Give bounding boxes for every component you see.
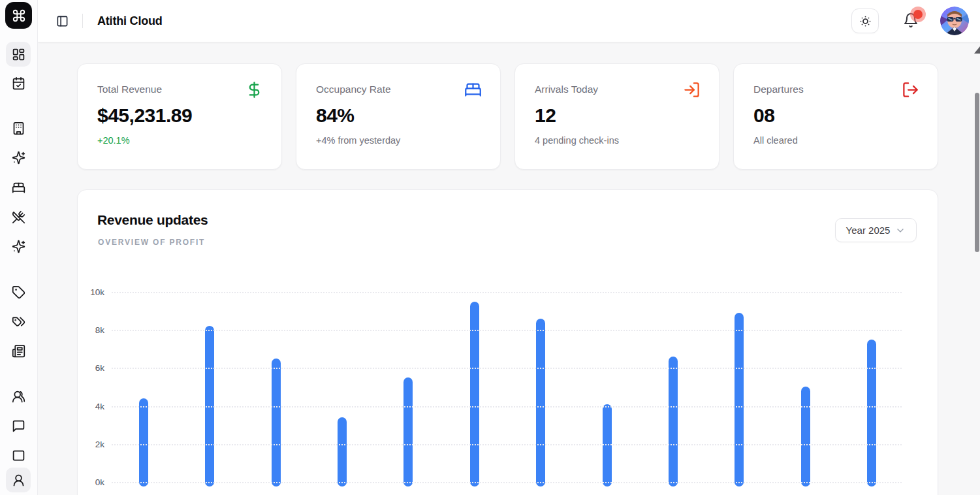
stat-value: 12: [535, 104, 699, 127]
revenue-bar: [272, 359, 281, 487]
log-in-icon: [683, 81, 701, 99]
stat-label: Total Revenue: [97, 84, 262, 95]
stat-label: Arrivals Today: [535, 84, 699, 95]
revenue-bar: [139, 398, 148, 487]
panel-left-icon: [56, 15, 69, 27]
sidebar-item-dashboard[interactable]: [6, 42, 31, 67]
sidebar-item-bookings[interactable]: [6, 71, 31, 95]
chart-title: Revenue updates: [97, 212, 208, 228]
stats-row: Total Revenue $45,231.89 +20.1% Occupanc…: [77, 63, 938, 170]
sidebar-item-messages[interactable]: [6, 413, 31, 438]
chart-bars: [139, 292, 876, 482]
app-logo[interactable]: [5, 2, 32, 29]
gridline: [112, 406, 902, 407]
tags-icon: [12, 315, 25, 328]
scroll-up-arrow[interactable]: [974, 46, 980, 54]
notification-badge-dot: [913, 10, 923, 19]
sidebar-item-concierge-ai[interactable]: [6, 234, 31, 259]
bed-icon: [12, 181, 25, 195]
gridline: [112, 482, 902, 483]
profile-icon: [12, 473, 25, 487]
header-actions: [851, 7, 980, 35]
revenue-bar: [735, 313, 744, 487]
sidebar-item-ai-services[interactable]: [6, 145, 31, 170]
revenue-bar: [403, 377, 413, 487]
dashboard-icon: [12, 48, 25, 61]
revenue-bar: [536, 319, 545, 487]
stat-card-total-revenue: Total Revenue $45,231.89 +20.1%: [77, 63, 282, 170]
user-avatar[interactable]: [940, 7, 969, 35]
utensils-crossed-icon: [12, 210, 25, 224]
chevron-down-icon: [895, 225, 906, 236]
year-filter-dropdown[interactable]: Year 2025: [835, 218, 917, 242]
stat-card-occupancy-rate: Occupancy Rate 84% +4% from yesterday: [296, 63, 501, 170]
stat-subtext: +4% from yesterday: [316, 135, 481, 146]
newspaper-icon: [12, 344, 25, 358]
revenue-bar: [669, 357, 678, 487]
sidebar-item-offers[interactable]: [6, 309, 31, 334]
y-axis-tick: 0k: [78, 477, 104, 487]
revenue-bar: [867, 340, 876, 487]
stat-card-departures: Departures 08 All cleared: [733, 63, 938, 170]
theme-toggle-button[interactable]: [851, 8, 879, 33]
scrollbar-thumb[interactable]: [975, 93, 979, 252]
app-title: Atithi Cloud: [97, 14, 163, 28]
command-icon: [12, 8, 26, 23]
gridline: [112, 330, 902, 331]
year-filter-label: Year 2025: [846, 225, 891, 236]
gridline: [112, 444, 902, 445]
sidebar-item-feedback[interactable]: [6, 443, 31, 468]
sidebar: [0, 0, 38, 495]
header-divider: [82, 14, 83, 28]
notifications-button[interactable]: [903, 12, 920, 29]
hotel-building-icon: [12, 121, 25, 135]
revenue-chart-card: Revenue updates OVERVIEW OF PROFIT Year …: [77, 189, 938, 495]
gridline: [112, 292, 902, 293]
sparkles-2-icon: [12, 240, 25, 253]
sidebar-item-hotel[interactable]: [6, 116, 31, 140]
stat-value: $45,231.89: [97, 104, 262, 127]
y-axis-tick: 6k: [78, 363, 104, 373]
tag-icon: [12, 285, 25, 299]
stat-card-arrivals-today: Arrivals Today 12 4 pending check-ins: [514, 63, 719, 170]
message-square-icon: [12, 419, 25, 433]
vertical-scrollbar: [973, 42, 980, 495]
revenue-bar: [603, 404, 612, 487]
log-out-icon: [902, 81, 919, 99]
stat-subtext: All cleared: [753, 135, 918, 146]
sidebar-item-reports[interactable]: [6, 338, 31, 363]
sidebar-toggle-button[interactable]: [54, 12, 71, 29]
gridline: [112, 368, 902, 369]
users-icon: [12, 390, 25, 404]
top-header: Atithi Cloud: [38, 0, 980, 42]
sidebar-item-restaurant[interactable]: [6, 204, 31, 229]
sidebar-item-rooms[interactable]: [6, 175, 31, 200]
chart-plot: 10k8k6k4k2k0k: [112, 292, 902, 482]
y-axis-tick: 10k: [78, 287, 104, 297]
main-content: Total Revenue $45,231.89 +20.1% Occupanc…: [38, 42, 980, 495]
sidebar-item-profile[interactable]: [6, 468, 31, 492]
y-axis-tick: 8k: [78, 325, 104, 335]
square-icon: [12, 449, 25, 462]
y-axis-tick: 2k: [78, 439, 104, 449]
sparkles-icon: [12, 151, 25, 165]
chart-subtitle: OVERVIEW OF PROFIT: [98, 238, 205, 247]
revenue-bar: [338, 417, 347, 487]
sun-icon: [859, 14, 872, 28]
stat-subtext: +20.1%: [97, 135, 262, 146]
dollar-icon: [245, 81, 263, 99]
stat-value: 84%: [316, 104, 481, 127]
sidebar-item-guests[interactable]: [6, 384, 31, 409]
calendar-check-icon: [12, 76, 25, 90]
stat-label: Departures: [753, 84, 918, 95]
stat-value: 08: [753, 104, 918, 127]
stat-subtext: 4 pending check-ins: [535, 135, 699, 146]
sidebar-item-pricing[interactable]: [6, 279, 31, 304]
y-axis-tick: 4k: [78, 401, 104, 411]
bed-icon: [464, 81, 482, 99]
revenue-bar: [801, 387, 810, 487]
stat-label: Occupancy Rate: [316, 84, 481, 95]
